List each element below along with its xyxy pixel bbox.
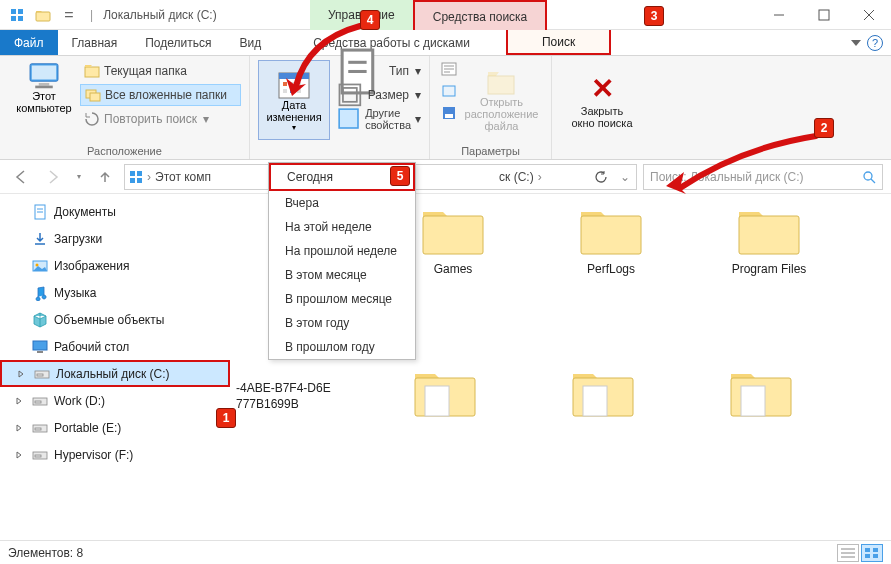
svg-rect-65 bbox=[741, 386, 765, 416]
svg-rect-72 bbox=[873, 554, 878, 558]
close-search-button[interactable]: ✕ Закрыть окно поиска bbox=[560, 60, 644, 140]
dropdown-item-this-month[interactable]: В этом месяце bbox=[269, 263, 415, 287]
sidebar-item-downloads[interactable]: Загрузки bbox=[0, 225, 230, 252]
folder-item[interactable]: Games bbox=[408, 204, 498, 276]
refresh-icon[interactable] bbox=[594, 165, 608, 189]
svg-rect-15 bbox=[90, 93, 100, 101]
type-label: Тип bbox=[389, 64, 409, 78]
callout-arrow-2 bbox=[660, 128, 830, 208]
svg-rect-33 bbox=[445, 114, 453, 118]
svg-rect-71 bbox=[865, 554, 870, 558]
this-pc-button[interactable]: Этот компьютер bbox=[8, 60, 80, 140]
collapse-ribbon-icon[interactable] bbox=[851, 40, 861, 46]
expander-icon[interactable] bbox=[14, 423, 24, 433]
folder-row-partial bbox=[400, 366, 806, 420]
close-button[interactable] bbox=[846, 0, 891, 30]
expander-icon[interactable] bbox=[14, 450, 24, 460]
qa-window-icon[interactable] bbox=[6, 4, 28, 26]
nav-history-icon[interactable]: ▾ bbox=[72, 164, 86, 190]
nav-up-button[interactable] bbox=[92, 164, 118, 190]
tab-view[interactable]: Вид bbox=[225, 30, 275, 55]
tab-file[interactable]: Файл bbox=[0, 30, 58, 55]
ribbon-group-location: Этот компьютер Текущая папка Все вложенн… bbox=[0, 56, 250, 159]
dropdown-item-last-week[interactable]: На прошлой неделе bbox=[269, 239, 415, 263]
folder-item[interactable] bbox=[400, 366, 490, 420]
save-search-icon[interactable] bbox=[438, 104, 460, 122]
folder-label: Games bbox=[434, 262, 473, 276]
svg-point-39 bbox=[864, 172, 872, 180]
other-props-button[interactable]: Другие свойства▾ bbox=[336, 108, 421, 130]
breadcrumb-second[interactable]: ск (C:) bbox=[499, 170, 534, 184]
tab-share[interactable]: Поделиться bbox=[131, 30, 225, 55]
folder-item[interactable] bbox=[716, 366, 806, 420]
svg-rect-57 bbox=[423, 216, 483, 254]
address-dropdown-icon[interactable]: ⌄ bbox=[620, 165, 630, 189]
dropdown-item-last-month[interactable]: В прошлом месяце bbox=[269, 287, 415, 311]
help-icon[interactable]: ? bbox=[867, 35, 883, 51]
sidebar-item-3d[interactable]: Объемные объекты bbox=[0, 306, 230, 333]
svg-rect-52 bbox=[35, 401, 41, 403]
maximize-button[interactable] bbox=[801, 0, 846, 30]
sidebar-item-desktop[interactable]: Рабочий стол bbox=[0, 333, 230, 360]
dropdown-item-this-week[interactable]: На этой неделе bbox=[269, 215, 415, 239]
minimize-button[interactable] bbox=[756, 0, 801, 30]
sidebar-item-drive-f[interactable]: Hypervisor (F:) bbox=[0, 441, 230, 468]
svg-rect-38 bbox=[137, 178, 142, 183]
sidebar-item-label: Объемные объекты bbox=[54, 313, 164, 327]
breadcrumb-first[interactable]: Этот комп bbox=[155, 170, 211, 184]
svg-rect-69 bbox=[865, 548, 870, 552]
repeat-search-label: Повторить поиск bbox=[104, 112, 197, 126]
current-folder-button[interactable]: Текущая папка bbox=[80, 60, 241, 82]
folder-item[interactable] bbox=[558, 366, 648, 420]
qa-dropdown-icon[interactable]: = bbox=[58, 4, 80, 26]
expander-icon[interactable] bbox=[14, 396, 24, 406]
dropdown-item-yesterday[interactable]: Вчера bbox=[269, 191, 415, 215]
dropdown-item-last-year[interactable]: В прошлом году bbox=[269, 335, 415, 359]
options-group-label: Параметры bbox=[438, 143, 543, 157]
callout-badge-5: 5 bbox=[390, 166, 410, 186]
svg-rect-35 bbox=[130, 171, 135, 176]
repeat-search-button[interactable]: Повторить поиск ▾ bbox=[80, 108, 241, 130]
folder-label: Program Files bbox=[732, 262, 807, 276]
nav-back-button[interactable] bbox=[8, 164, 34, 190]
all-subfolders-button[interactable]: Все вложенные папки bbox=[80, 84, 241, 106]
sidebar-item-drive-e[interactable]: Portable (E:) bbox=[0, 414, 230, 441]
folder-item[interactable]: PerfLogs bbox=[566, 204, 656, 276]
callout-arrow-4 bbox=[278, 20, 368, 110]
window-pipe: | bbox=[90, 8, 93, 22]
other-props-label: Другие свойства bbox=[365, 107, 411, 131]
nav-forward-button[interactable] bbox=[40, 164, 66, 190]
hex-fragment-text: -4ABE-B7F4-D6E 777B1699B bbox=[236, 380, 331, 412]
sidebar-item-documents[interactable]: Документы bbox=[0, 198, 230, 225]
recent-searches-icon[interactable] bbox=[438, 60, 460, 78]
callout-badge-2: 2 bbox=[814, 118, 834, 138]
tab-search[interactable]: Поиск bbox=[506, 30, 611, 55]
sidebar-item-drive-d[interactable]: Work (D:) bbox=[0, 387, 230, 414]
location-group-label: Расположение bbox=[8, 143, 241, 157]
this-pc-label: Этот компьютер bbox=[16, 90, 71, 114]
view-details-button[interactable] bbox=[837, 544, 859, 562]
svg-rect-61 bbox=[425, 386, 449, 416]
context-tab-search-tools[interactable]: Средства поиска bbox=[413, 0, 548, 30]
current-folder-label: Текущая папка bbox=[104, 64, 187, 78]
close-search-label: Закрыть окно поиска bbox=[571, 105, 632, 129]
svg-rect-36 bbox=[137, 171, 142, 176]
sidebar-item-drive-c[interactable]: Локальный диск (C:) bbox=[0, 360, 230, 387]
expander-icon[interactable] bbox=[16, 369, 26, 379]
qa-folder-icon[interactable] bbox=[32, 4, 54, 26]
sidebar-item-pictures[interactable]: Изображения bbox=[0, 252, 230, 279]
svg-rect-31 bbox=[443, 86, 455, 96]
dropdown-item-this-year[interactable]: В этом году bbox=[269, 311, 415, 335]
svg-rect-70 bbox=[873, 548, 878, 552]
sidebar-item-music[interactable]: Музыка bbox=[0, 279, 230, 306]
status-bar: Элементов: 8 bbox=[0, 540, 891, 564]
advanced-icon[interactable] bbox=[438, 82, 460, 100]
callout-badge-3: 3 bbox=[644, 6, 664, 26]
sidebar-item-label: Рабочий стол bbox=[54, 340, 129, 354]
svg-rect-10 bbox=[32, 66, 57, 80]
folder-item[interactable]: Program Files bbox=[724, 204, 814, 276]
tab-home[interactable]: Главная bbox=[58, 30, 132, 55]
view-large-icons-button[interactable] bbox=[861, 544, 883, 562]
title-bar: = | Локальный диск (C:) Управление Средс… bbox=[0, 0, 891, 30]
sidebar-item-label: Work (D:) bbox=[54, 394, 105, 408]
